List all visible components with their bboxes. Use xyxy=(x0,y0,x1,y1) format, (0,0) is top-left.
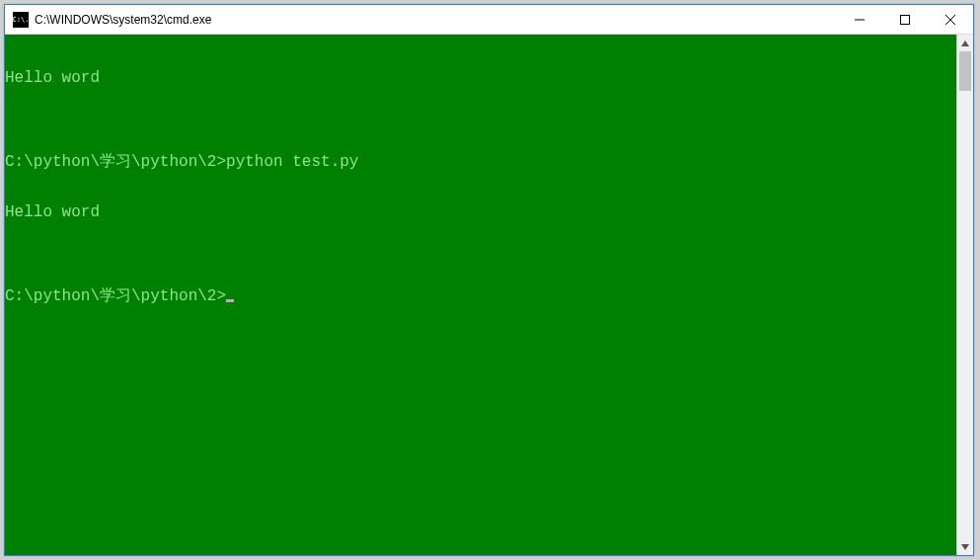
cmd-window: C:\. C:\WINDOWS\system32\cmd.exe Hello w… xyxy=(4,4,974,556)
terminal-line: C:\python\学习\python\2>python test.py xyxy=(5,154,956,171)
vertical-scrollbar[interactable] xyxy=(956,35,973,555)
terminal-area: Hello word C:\python\学习\python\2>python … xyxy=(5,35,973,555)
chevron-down-icon xyxy=(961,544,969,550)
terminal-output[interactable]: Hello word C:\python\学习\python\2>python … xyxy=(5,35,956,555)
minimize-button[interactable] xyxy=(837,5,882,34)
terminal-prompt: C:\python\学习\python\2> xyxy=(5,287,226,305)
window-title: C:\WINDOWS\system32\cmd.exe xyxy=(35,13,837,27)
window-controls xyxy=(837,5,973,34)
close-icon xyxy=(945,15,955,25)
scroll-up-button[interactable] xyxy=(957,35,973,51)
terminal-line: Hello word xyxy=(5,204,956,221)
svg-rect-1 xyxy=(901,15,910,24)
terminal-prompt-line: C:\python\学习\python\2> xyxy=(5,288,956,305)
chevron-up-icon xyxy=(961,40,969,46)
close-button[interactable] xyxy=(928,5,973,34)
scroll-down-button[interactable] xyxy=(957,538,973,555)
titlebar[interactable]: C:\. C:\WINDOWS\system32\cmd.exe xyxy=(5,5,973,35)
minimize-icon xyxy=(855,15,865,25)
scrollbar-track[interactable] xyxy=(957,51,973,538)
terminal-line: Hello word xyxy=(5,70,956,87)
maximize-button[interactable] xyxy=(882,5,928,34)
maximize-icon xyxy=(900,15,910,25)
cmd-icon: C:\. xyxy=(13,12,29,28)
cursor xyxy=(226,299,234,302)
scrollbar-thumb[interactable] xyxy=(959,51,971,91)
